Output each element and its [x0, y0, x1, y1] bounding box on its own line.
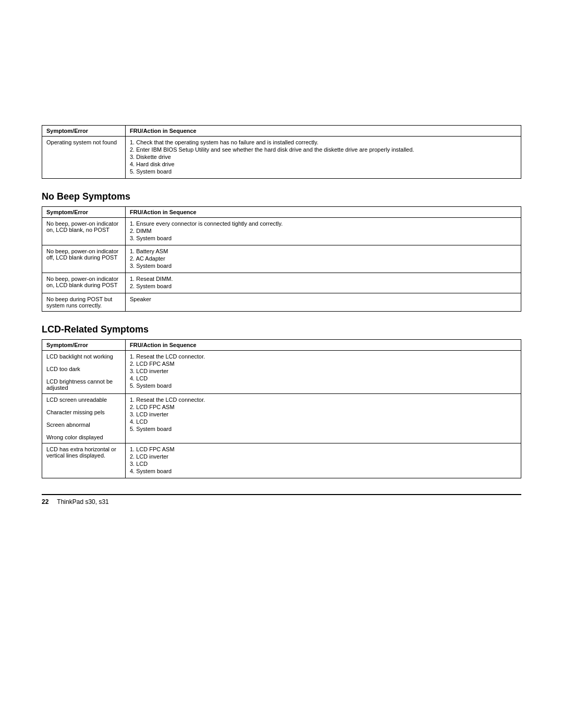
symptom-text: Wrong color displayed — [46, 434, 103, 440]
action-list: Reseat the LCD connector. LCD FPC ASM LC… — [130, 353, 517, 389]
action-cell: Check that the operating system has no f… — [126, 137, 521, 179]
symptom-text: LCD backlight not working — [46, 353, 113, 360]
operating-system-table: Symptom/Error FRU/Action in Sequence Ope… — [42, 125, 521, 179]
list-item: LCD inverter — [130, 411, 517, 417]
list-item: LCD — [130, 461, 517, 467]
no-beep-col1-header: Symptom/Error — [42, 207, 126, 218]
list-item: Enter IBM BIOS Setup Utility and see whe… — [130, 146, 517, 153]
list-item: Reseat the LCD connector. — [130, 397, 517, 403]
table-row: No beep, power-on indicator off, LCD bla… — [42, 245, 521, 273]
no-beep-col2-header: FRU/Action in Sequence — [126, 207, 521, 218]
table-row: LCD backlight not working LCD too dark L… — [42, 351, 521, 394]
footer: 22 ThinkPad s30, s31 — [42, 494, 521, 505]
symptom-text: LCD too dark — [46, 366, 80, 372]
symptom-text: Character missing pels — [46, 409, 105, 415]
action-cell: Battery ASM AC Adapter System board — [126, 245, 521, 273]
os-table-col1-header: Symptom/Error — [42, 126, 126, 137]
action-cell: Ensure every connector is connected tigh… — [126, 218, 521, 245]
no-beep-table: Symptom/Error FRU/Action in Sequence No … — [42, 206, 521, 312]
list-item: LCD FPC ASM — [130, 404, 517, 410]
list-item: Ensure every connector is connected tigh… — [130, 220, 517, 227]
action-list: Reseat the LCD connector. LCD FPC ASM LC… — [130, 397, 517, 432]
list-item: System board — [130, 283, 517, 289]
table-row: Operating system not found Check that th… — [42, 137, 521, 179]
list-item: Check that the operating system has no f… — [130, 139, 517, 145]
list-item: Hard disk drive — [130, 161, 517, 167]
list-item: System board — [130, 168, 517, 175]
action-list: LCD FPC ASM LCD inverter LCD System boar… — [130, 446, 517, 474]
list-item: Reseat DIMM. — [130, 276, 517, 282]
list-item: LCD inverter — [130, 368, 517, 374]
no-beep-section-title: No Beep Symptoms — [42, 191, 521, 202]
list-item: AC Adapter — [130, 255, 517, 262]
lcd-col1-header: Symptom/Error — [42, 340, 126, 351]
action-cell: Reseat the LCD connector. LCD FPC ASM LC… — [126, 394, 521, 443]
list-item: System board — [130, 426, 517, 432]
list-item: LCD — [130, 375, 517, 381]
list-item: DIMM — [130, 228, 517, 234]
table-row: No beep, power-on indicator on, LCD blan… — [42, 218, 521, 245]
table-row: No beep during POST but system runs corr… — [42, 293, 521, 312]
action-list: Check that the operating system has no f… — [130, 139, 517, 175]
list-item: System board — [130, 468, 517, 474]
symptom-text: LCD screen unreadable — [46, 397, 107, 403]
list-item: LCD inverter — [130, 453, 517, 460]
action-cell: Speaker — [126, 293, 521, 312]
symptom-cell: LCD screen unreadable Character missing … — [42, 394, 126, 443]
list-item: System board — [130, 382, 517, 389]
table-row: LCD has extra horizontal or vertical lin… — [42, 443, 521, 478]
symptom-cell: LCD backlight not working LCD too dark L… — [42, 351, 126, 394]
list-item: System board — [130, 263, 517, 269]
table-row: LCD screen unreadable Character missing … — [42, 394, 521, 443]
list-item: LCD FPC ASM — [130, 361, 517, 367]
list-item: Reseat the LCD connector. — [130, 353, 517, 360]
symptom-cell: Operating system not found — [42, 137, 126, 179]
list-item: Battery ASM — [130, 248, 517, 254]
action-list: Reseat DIMM. System board — [130, 276, 517, 289]
list-item: System board — [130, 235, 517, 241]
symptom-cell: No beep, power-on indicator off, LCD bla… — [42, 245, 126, 273]
symptom-cell: LCD has extra horizontal or vertical lin… — [42, 443, 126, 478]
symptom-cell: No beep during POST but system runs corr… — [42, 293, 126, 312]
action-cell: Reseat DIMM. System board — [126, 273, 521, 293]
list-item: LCD FPC ASM — [130, 446, 517, 452]
symptom-text: LCD brightness cannot be adjusted — [46, 378, 113, 391]
symptom-text: Screen abnormal — [46, 422, 90, 428]
action-text: Speaker — [130, 296, 151, 302]
table-row: No beep, power-on indicator on, LCD blan… — [42, 273, 521, 293]
list-item: LCD — [130, 418, 517, 425]
lcd-section-title: LCD-Related Symptoms — [42, 324, 521, 335]
page-number: 22 — [42, 498, 48, 505]
top-spacer — [42, 21, 521, 125]
footer-model: ThinkPad s30, s31 — [57, 498, 108, 505]
action-cell: Reseat the LCD connector. LCD FPC ASM LC… — [126, 351, 521, 394]
os-table-col2-header: FRU/Action in Sequence — [126, 126, 521, 137]
list-item: Diskette drive — [130, 154, 517, 160]
action-list: Ensure every connector is connected tigh… — [130, 220, 517, 241]
lcd-col2-header: FRU/Action in Sequence — [126, 340, 521, 351]
lcd-table: Symptom/Error FRU/Action in Sequence LCD… — [42, 339, 521, 478]
symptom-cell: No beep, power-on indicator on, LCD blan… — [42, 273, 126, 293]
action-cell: LCD FPC ASM LCD inverter LCD System boar… — [126, 443, 521, 478]
action-list: Battery ASM AC Adapter System board — [130, 248, 517, 269]
symptom-cell: No beep, power-on indicator on, LCD blan… — [42, 218, 126, 245]
